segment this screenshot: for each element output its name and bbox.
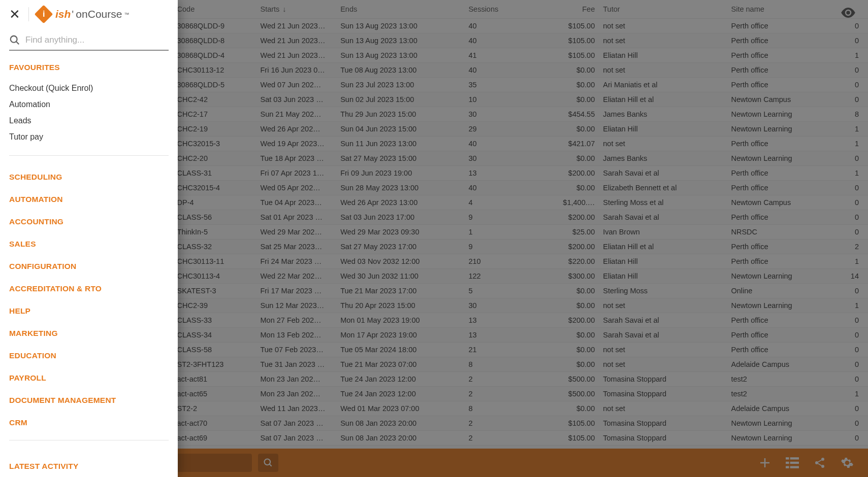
brand-logo[interactable]: i ish ' onCourse ™ (37, 8, 129, 21)
search-icon (9, 35, 20, 46)
favourites-heading: FAVOURITES (9, 63, 169, 72)
latest-activity-heading: LATEST ACTIVITY (9, 451, 169, 476)
brand-name: onCourse (76, 8, 122, 20)
brand-prefix: ish (55, 8, 71, 20)
divider (9, 440, 169, 440)
favourite-item[interactable]: Automation (9, 96, 169, 113)
drawer-search-input[interactable] (25, 35, 169, 45)
brand-tm: ™ (124, 12, 129, 17)
category-item[interactable]: HELP (9, 300, 169, 322)
category-item[interactable]: CRM (9, 412, 169, 434)
favourite-item[interactable]: Checkout (Quick Enrol) (9, 80, 169, 96)
category-item[interactable]: SCHEDULING (9, 166, 169, 188)
category-item[interactable]: EDUCATION (9, 345, 169, 367)
category-item[interactable]: MARKETING (9, 322, 169, 345)
category-item[interactable]: ACCOUNTING (9, 211, 169, 233)
category-item[interactable]: PAYROLL (9, 367, 169, 389)
favourite-item[interactable]: Leads (9, 113, 169, 129)
favourites-list: Checkout (Quick Enrol)AutomationLeadsTut… (9, 80, 169, 145)
category-list: SCHEDULINGAUTOMATIONACCOUNTINGSALESCONFI… (9, 166, 169, 434)
logo-badge-icon: i (35, 5, 53, 24)
favourite-item[interactable]: Tutor pay (9, 129, 169, 145)
close-icon[interactable]: ✕ (9, 8, 20, 21)
svg-line-15 (16, 42, 19, 45)
category-item[interactable]: ACCREDITATION & RTO (9, 278, 169, 300)
drawer-search[interactable] (9, 31, 169, 51)
category-item[interactable]: CONFIGURATION (9, 255, 169, 278)
drawer-body: FAVOURITES Checkout (Quick Enrol)Automat… (0, 51, 178, 477)
category-item[interactable]: DOCUMENT MANAGEMENT (9, 389, 169, 412)
drawer-header: ✕ i ish ' onCourse ™ (0, 0, 178, 26)
category-item[interactable]: SALES (9, 233, 169, 255)
nav-drawer: ✕ i ish ' onCourse ™ FAVOURITES Checkout… (0, 0, 178, 477)
divider (28, 7, 29, 21)
divider (9, 155, 169, 156)
svg-point-14 (11, 36, 17, 43)
category-item[interactable]: AUTOMATION (9, 188, 169, 211)
